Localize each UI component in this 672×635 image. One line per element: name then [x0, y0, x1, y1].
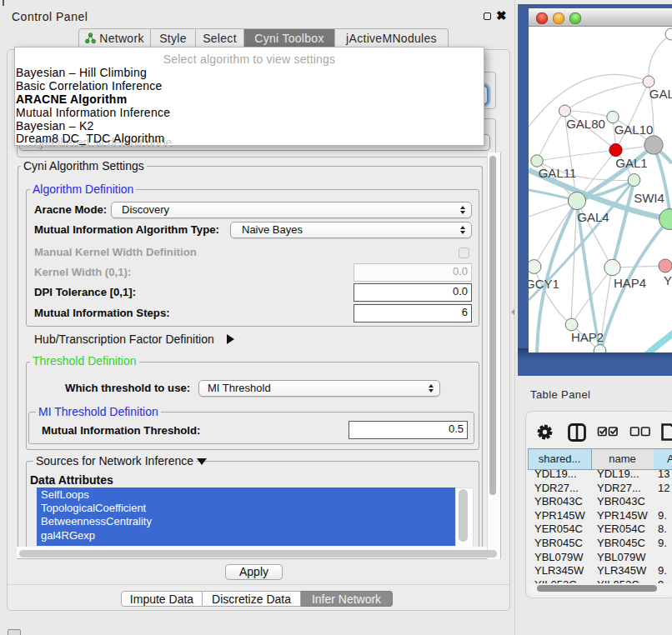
svg-text:GAL7: GAL7 [649, 87, 672, 101]
svg-text:GAL10: GAL10 [614, 122, 654, 137]
svg-text:GAL80: GAL80 [566, 117, 605, 131]
svg-text:GCY1: GCY1 [529, 277, 559, 291]
svg-text:HAP2: HAP2 [571, 330, 604, 344]
svg-text:Y: Y [664, 273, 672, 288]
svg-text:GAL1: GAL1 [615, 156, 647, 170]
svg-text:SWI4: SWI4 [634, 191, 664, 205]
svg-text:GAL11: GAL11 [539, 166, 577, 180]
svg-text:GAL4: GAL4 [577, 210, 609, 224]
svg-text:HAP4: HAP4 [614, 276, 646, 290]
